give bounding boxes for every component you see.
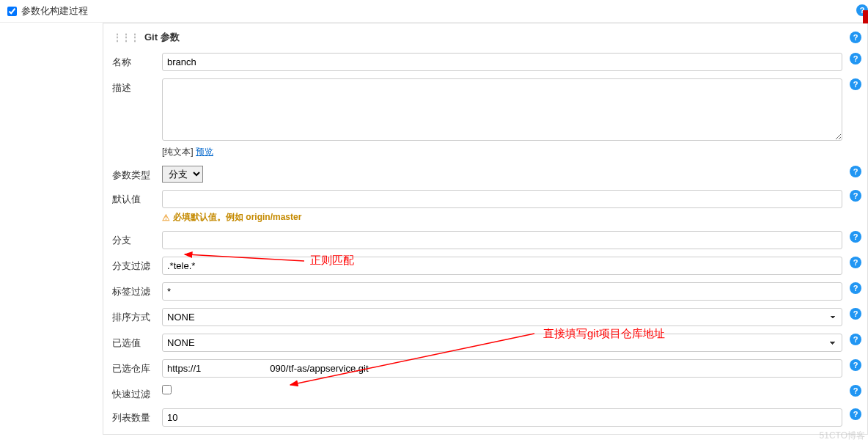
watermark: 51CTO博客 [820, 430, 865, 435]
selected-value-select[interactable]: NONE [162, 334, 842, 352]
default-value-warning: ⚠ 必填默认值。例如 origin/master [162, 211, 842, 224]
help-icon[interactable]: ? [850, 408, 861, 420]
selected-value-label: 已选值 [112, 334, 153, 350]
quick-filter-label: 快速过滤 [112, 385, 153, 401]
sort-mode-label: 排序方式 [112, 308, 153, 324]
help-icon[interactable]: ? [850, 385, 861, 397]
tag-filter-label: 标签过滤 [112, 282, 153, 298]
block-title: Git 参数 [144, 31, 180, 44]
param-type-label: 参数类型 [112, 166, 153, 182]
tag-filter-input[interactable] [162, 282, 842, 301]
help-icon[interactable]: ? [850, 231, 861, 243]
help-icon[interactable]: ? [850, 32, 861, 43]
list-count-input[interactable] [162, 408, 842, 427]
name-label: 名称 [112, 53, 153, 69]
help-icon[interactable]: ? [850, 190, 861, 202]
name-input[interactable] [162, 53, 842, 71]
help-icon[interactable]: ? [850, 282, 861, 294]
help-icon[interactable]: ? [850, 53, 861, 65]
parameterized-build-checkbox[interactable] [7, 7, 17, 16]
description-subtext: [纯文本] 预览 [162, 146, 842, 158]
drag-handle-icon[interactable]: ⋮⋮⋮ [112, 32, 139, 43]
default-value-input[interactable] [162, 190, 842, 208]
param-type-select[interactable]: 分支 [162, 166, 203, 183]
help-icon[interactable]: ? [850, 78, 861, 90]
default-value-label: 默认值 [112, 190, 153, 206]
help-icon[interactable]: ? [850, 257, 861, 268]
git-parameter-block: X ⋮⋮⋮ Git 参数 ? 名称 ? 描述 [纯文本] 预览 ? 参数类型 分… [103, 23, 868, 435]
quick-filter-checkbox[interactable] [162, 385, 172, 394]
branch-filter-label: 分支过滤 [112, 257, 153, 273]
selected-repo-input[interactable] [162, 359, 842, 378]
help-icon[interactable]: ? [850, 166, 861, 177]
help-icon[interactable]: ? [850, 308, 861, 320]
description-label: 描述 [112, 78, 153, 95]
branch-label: 分支 [112, 231, 153, 247]
delete-button[interactable]: X [863, 10, 868, 23]
list-count-label: 列表数量 [112, 408, 153, 424]
selected-repo-label: 已选仓库 [112, 359, 153, 375]
preview-link[interactable]: 预览 [196, 147, 213, 157]
branch-input[interactable] [162, 231, 842, 249]
branch-filter-input[interactable] [162, 257, 842, 275]
warning-icon: ⚠ [162, 213, 170, 223]
description-textarea[interactable] [162, 78, 842, 141]
parameterized-build-label: 参数化构建过程 [21, 4, 88, 18]
sort-mode-select[interactable]: NONE [162, 308, 842, 326]
help-icon[interactable]: ? [850, 359, 861, 371]
help-icon[interactable]: ? [850, 334, 861, 345]
